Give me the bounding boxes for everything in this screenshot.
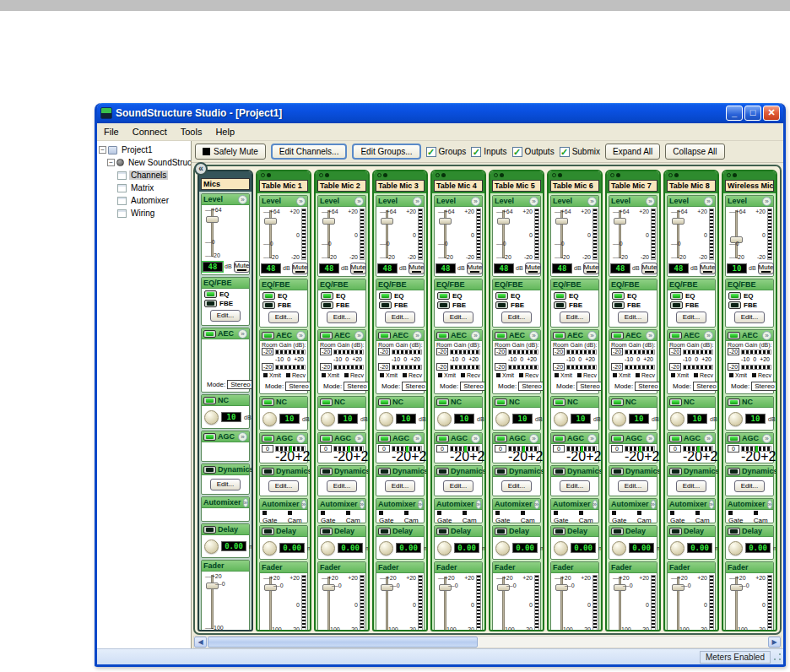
aec-gain-value[interactable]: -20 [553,348,565,355]
level-slider-thumb[interactable] [614,218,626,225]
outputs-checkbox-group[interactable]: ✓ Outputs [512,147,555,157]
eq-edit-button[interactable]: Edit... [676,312,706,323]
agc-value[interactable]: 0 [378,445,390,453]
agc-value[interactable]: 0 [669,445,681,453]
aec-led-icon[interactable] [262,332,274,339]
eq-edit-button[interactable]: Edit... [734,312,765,323]
eq-edit-button[interactable]: Edit... [327,312,357,323]
delay-led-icon[interactable] [611,528,624,535]
nc-value-display[interactable]: 10 [745,414,766,424]
aec-mode-select[interactable]: Stereo [402,382,428,391]
level-slider-thumb[interactable] [497,218,510,225]
fbe-led-icon[interactable] [612,301,625,309]
dynamics-led-icon[interactable] [669,468,682,475]
level-slider-thumb[interactable] [672,218,684,225]
channel-name-field[interactable]: Table Mic 6 [550,180,599,192]
nc-knob[interactable] [262,412,277,426]
aec-gain-value[interactable]: -20 [611,363,623,371]
tree-node-device[interactable]: − New SoundStructure [107,156,189,169]
dynamics-edit-button[interactable]: Edit... [210,479,241,490]
nc-value-display[interactable]: 10 [687,414,707,424]
nc-value-display[interactable]: 10 [279,414,300,424]
aec-mode-select[interactable]: Stereo [518,382,544,391]
eq-toggle[interactable]: EQ [609,290,657,300]
aec-gain-value[interactable]: -20 [262,348,273,355]
delay-led-icon[interactable] [495,528,507,535]
nc-value-display[interactable]: 10 [454,414,474,424]
channel-name-field[interactable]: Table Mic 1 [259,180,308,192]
delay-led-icon[interactable] [553,528,565,535]
eq-led-icon[interactable] [379,292,392,300]
nc-value-display[interactable]: 10 [396,414,416,424]
resize-grip[interactable] [772,652,782,662]
fbe-toggle[interactable]: FBE [435,300,482,309]
fbe-toggle[interactable]: FBE [609,300,657,309]
menu-connect[interactable]: Connect [126,125,174,138]
eq-toggle[interactable]: EQ [493,290,540,300]
minimize-button[interactable]: _ [726,106,743,121]
nc-led-icon[interactable] [203,397,216,404]
inputs-checkbox-group[interactable]: ✓ Inputs [471,147,506,157]
collapse-section-icon[interactable]: » [704,331,713,340]
groups-checkbox-group[interactable]: ✓ Groups [426,147,467,157]
collapse-section-icon[interactable]: » [704,434,713,443]
collapse-section-icon[interactable]: » [354,434,364,443]
agc-led-icon[interactable] [669,435,682,442]
aec-gain-value[interactable]: -20 [495,348,506,355]
eq-led-icon[interactable] [495,292,508,300]
delay-knob[interactable] [612,541,626,555]
tree-node-wiring[interactable]: Wiring [117,207,189,219]
fbe-led-icon[interactable] [554,301,566,309]
collapse-section-icon[interactable]: » [529,197,538,206]
aec-gain-value[interactable]: -20 [669,348,681,355]
dynamics-edit-button[interactable]: Edit... [385,480,415,492]
channel-name-field[interactable]: Wireless Mic [725,180,774,192]
nc-led-icon[interactable] [436,398,449,406]
fbe-led-icon[interactable] [379,301,392,309]
aec-led-icon[interactable] [669,332,682,339]
agc-value[interactable]: 0 [495,445,506,453]
eq-led-icon[interactable] [204,290,217,298]
eq-toggle[interactable]: EQ [202,289,249,298]
nc-value-display[interactable]: 10 [221,412,241,422]
fbe-toggle[interactable]: FBE [668,300,715,309]
collapse-section-icon[interactable]: » [413,197,422,206]
collapse-section-icon[interactable]: » [360,500,365,509]
eq-edit-button[interactable]: Edit... [385,312,415,323]
collapse-section-icon[interactable]: » [529,434,538,443]
nc-led-icon[interactable] [320,398,333,406]
eq-edit-button[interactable]: Edit... [268,312,299,323]
delay-value-display[interactable]: 0.00 [512,543,538,553]
collapse-section-icon[interactable]: » [296,197,306,206]
level-value-display[interactable]: 48 [610,263,630,274]
scrollbar-thumb[interactable] [208,637,478,648]
nc-knob[interactable] [379,412,393,426]
nc-led-icon[interactable] [495,398,507,406]
aec-mode-select[interactable]: Stereo [227,380,253,389]
eq-led-icon[interactable] [670,292,683,300]
channel-name-field[interactable]: Table Mic 7 [609,180,657,192]
fbe-led-icon[interactable] [495,301,508,309]
collapse-section-icon[interactable]: » [762,197,771,206]
collapse-section-icon[interactable]: » [238,195,247,204]
agc-led-icon[interactable] [495,435,507,442]
level-value-display[interactable]: 10 [727,263,747,274]
agc-value[interactable]: 0 [728,445,739,453]
collapse-section-icon[interactable]: » [471,434,480,443]
mute-button[interactable]: Mute [700,263,717,274]
agc-value[interactable]: 0 [320,445,332,453]
delay-value-display[interactable]: 0.00 [454,543,479,553]
fbe-led-icon[interactable] [728,301,741,309]
level-slider-thumb[interactable] [206,216,219,223]
expand-all-button[interactable]: Expand All [605,144,660,160]
collapse-section-icon[interactable]: » [762,331,771,340]
aec-mode-select[interactable]: Stereo [460,382,486,391]
fbe-led-icon[interactable] [321,301,333,309]
mute-button[interactable]: Mute [409,263,425,274]
edit-groups-button[interactable]: Edit Groups... [352,144,420,160]
nc-knob[interactable] [670,412,684,426]
aec-led-icon[interactable] [553,332,565,339]
agc-led-icon[interactable] [262,435,274,442]
dynamics-led-icon[interactable] [378,468,391,475]
nc-knob[interactable] [728,412,743,426]
